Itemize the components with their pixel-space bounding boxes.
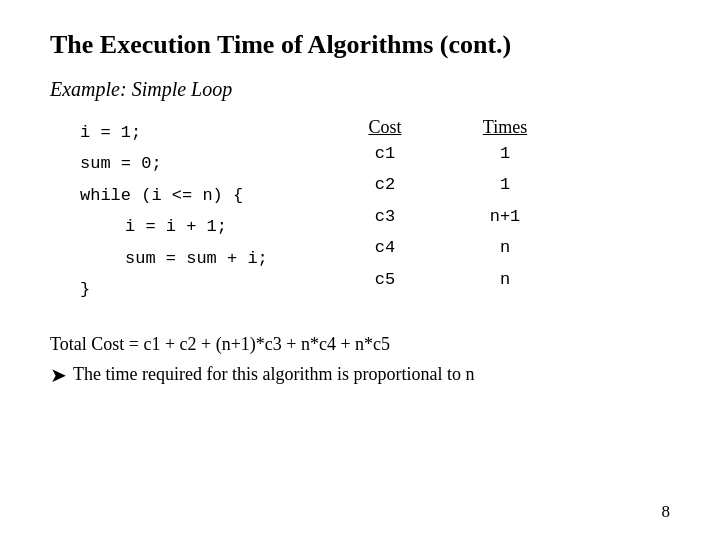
times-val-3: n+1: [490, 201, 521, 232]
code-line-2: sum = 0;: [50, 148, 330, 179]
cost-val-4: c4: [375, 232, 395, 263]
times-val-5: n: [500, 264, 510, 295]
code-cost-table: i = 1; sum = 0; while (i <= n) { i = i +…: [50, 117, 670, 306]
code-line-6: }: [50, 274, 330, 305]
total-cost-line: Total Cost = c1 + c2 + (n+1)*c3 + n*c4 +…: [50, 334, 670, 355]
cost-val-5: c5: [375, 264, 395, 295]
code-block: i = 1; sum = 0; while (i <= n) { i = i +…: [50, 117, 330, 306]
slide-subtitle: Example: Simple Loop: [50, 78, 670, 101]
cost-val-3: c3: [375, 201, 395, 232]
code-line-3: while (i <= n) {: [50, 180, 330, 211]
code-line-4: i = i + 1;: [50, 211, 330, 242]
cost-column: Cost c1 c2 c3 c4 c5: [350, 117, 420, 295]
cost-val-1: c1: [375, 138, 395, 169]
times-header: Times: [483, 117, 527, 138]
slide-page: The Execution Time of Algorithms (cont.)…: [0, 0, 720, 417]
cost-header: Cost: [368, 117, 401, 138]
page-number: 8: [662, 502, 671, 522]
cost-val-2: c2: [375, 169, 395, 200]
times-val-1: 1: [500, 138, 510, 169]
arrow-icon: ➤: [50, 363, 67, 387]
code-line-5: sum = sum + i;: [50, 243, 330, 274]
times-val-2: 1: [500, 169, 510, 200]
times-val-4: n: [500, 232, 510, 263]
arrow-line: ➤ The time required for this algorithm i…: [50, 363, 670, 387]
times-column: Times 1 1 n+1 n n: [470, 117, 540, 295]
total-section: Total Cost = c1 + c2 + (n+1)*c3 + n*c4 +…: [50, 334, 670, 387]
slide-title: The Execution Time of Algorithms (cont.): [50, 30, 670, 60]
code-line-1: i = 1;: [50, 117, 330, 148]
arrow-text: The time required for this algorithm is …: [73, 364, 474, 385]
